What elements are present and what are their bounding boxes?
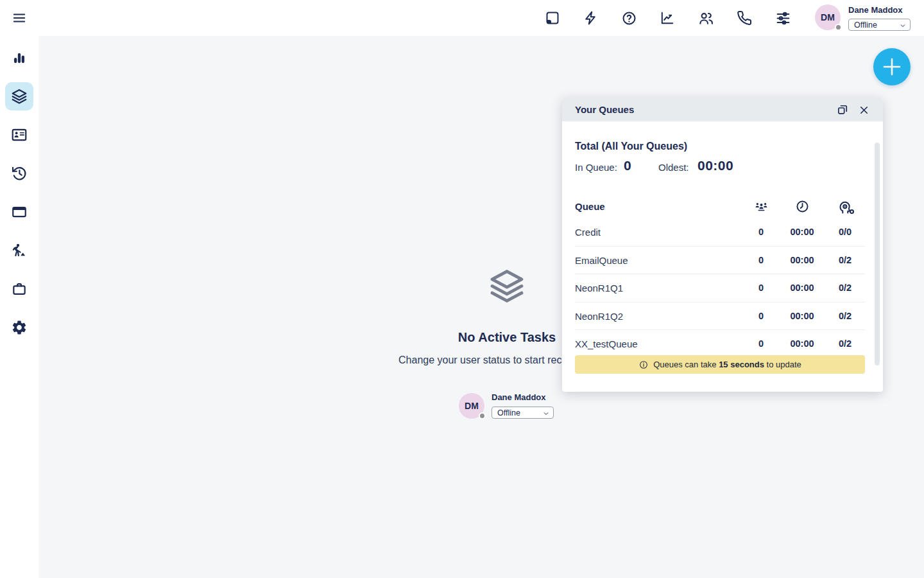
plus-icon — [873, 48, 911, 85]
layers-empty-state-icon — [488, 267, 526, 304]
queue-agents: 0/2 — [826, 247, 864, 275]
in-queue-value: 0 — [624, 158, 631, 173]
history-icon[interactable] — [5, 159, 33, 188]
queue-name: Credit — [575, 218, 601, 247]
topbar-user-name: Dane Maddox — [848, 5, 903, 15]
oldest-value: 00:00 — [697, 158, 733, 173]
queue-agents: 0/2 — [826, 302, 864, 331]
layers-icon[interactable] — [5, 82, 33, 110]
clock-icon — [783, 199, 821, 214]
queue-agents: 0/0 — [826, 218, 864, 247]
info-icon — [638, 360, 649, 370]
note-icon[interactable] — [541, 6, 564, 30]
queue-agents: 0/2 — [826, 330, 864, 358]
menu-icon[interactable] — [9, 8, 30, 28]
panel-header: Your Queues — [562, 98, 883, 121]
empty-state-title: No Active Tasks — [458, 330, 556, 345]
queue-name: NeonR1Q1 — [575, 274, 623, 302]
avatar-initials: DM — [465, 401, 479, 411]
in-queue-label: In Queue: — [575, 162, 617, 173]
group-icon — [742, 199, 780, 214]
status-select[interactable]: Offline — [492, 407, 554, 419]
close-icon[interactable] — [856, 102, 871, 118]
contact-card-icon[interactable] — [5, 121, 33, 149]
queue-oldest: 00:00 — [783, 330, 821, 358]
oldest-label: Oldest: — [658, 162, 689, 173]
status-select-value: Offline — [497, 408, 520, 417]
queue-waiting: 0 — [742, 274, 780, 302]
queue-row: XX_testQueue 0 00:00 0/2 — [575, 330, 865, 358]
queue-name: XX_testQueue — [575, 330, 638, 358]
chevron-down-icon — [899, 22, 907, 30]
queue-waiting: 0 — [742, 302, 780, 331]
gear-icon[interactable] — [5, 313, 33, 342]
avatar: DM — [459, 393, 484, 419]
phone-icon[interactable] — [733, 6, 756, 30]
agent-headset-icon — [826, 199, 864, 215]
queue-agents: 0/2 — [826, 274, 864, 302]
queue-oldest: 00:00 — [783, 274, 821, 302]
activity-icon[interactable] — [656, 6, 679, 30]
help-icon[interactable] — [617, 6, 640, 30]
queue-waiting: 0 — [742, 218, 780, 247]
panel-title: Your Queues — [575, 98, 634, 121]
your-queues-panel: Your Queues Total (All Your Queues) In Q… — [562, 98, 883, 392]
queue-row: EmailQueue 0 00:00 0/2 — [575, 247, 865, 275]
popout-icon[interactable] — [835, 102, 850, 118]
queue-oldest: 00:00 — [783, 302, 821, 331]
zap-icon[interactable] — [579, 6, 603, 30]
browser-window-icon[interactable] — [5, 198, 33, 226]
queue-name: NeonR1Q2 — [575, 302, 623, 331]
notice-text: Queues can take 15 seconds to update — [653, 360, 801, 369]
queue-column-header: Queue — [575, 201, 605, 212]
queue-waiting: 0 — [742, 330, 780, 358]
sliders-icon[interactable] — [771, 6, 794, 30]
digging-person-icon[interactable] — [5, 236, 33, 265]
queue-name: EmailQueue — [575, 247, 628, 275]
panel-scrollbar[interactable] — [875, 143, 880, 365]
users-icon[interactable] — [694, 6, 717, 30]
queue-row: NeonR1Q1 0 00:00 0/2 — [575, 274, 865, 302]
queue-waiting: 0 — [742, 247, 780, 275]
status-select-value: Offline — [854, 21, 877, 30]
offline-status-dot — [479, 412, 486, 419]
topbar-status-select[interactable]: Offline — [848, 19, 911, 31]
bar-chart-icon[interactable] — [5, 44, 33, 72]
totals-heading: Total (All Your Queues) — [575, 141, 687, 152]
briefcase-icon[interactable] — [5, 275, 33, 303]
queue-row: Credit 0 00:00 0/0 — [575, 218, 865, 247]
topbar: DM Dane Maddox Offline — [0, 0, 924, 36]
offline-status-dot — [835, 24, 842, 31]
sidebar — [0, 36, 38, 578]
queue-oldest: 00:00 — [783, 218, 821, 247]
add-button[interactable] — [873, 48, 911, 85]
user-name: Dane Maddox — [492, 392, 546, 402]
queues-update-notice: Queues can take 15 seconds to update — [575, 355, 865, 374]
topbar-avatar[interactable]: DM — [815, 4, 841, 30]
queue-oldest: 00:00 — [783, 247, 821, 275]
chevron-down-icon — [542, 410, 550, 417]
avatar-initials: DM — [821, 12, 835, 22]
queue-row: NeonR1Q2 0 00:00 0/2 — [575, 302, 865, 331]
